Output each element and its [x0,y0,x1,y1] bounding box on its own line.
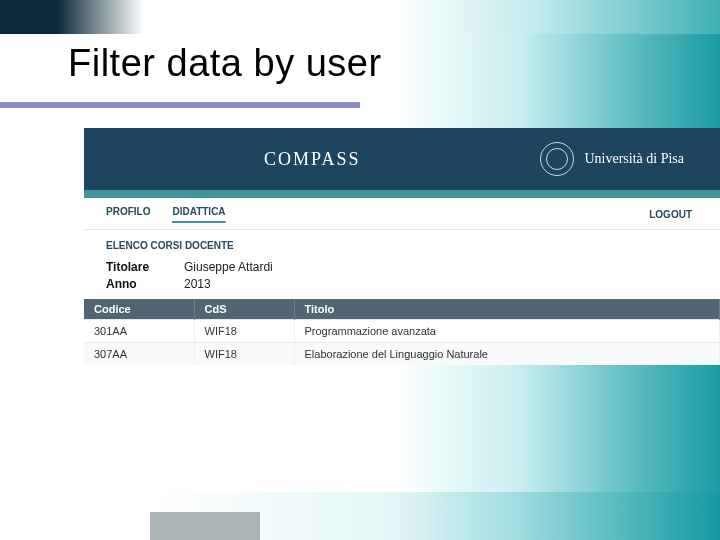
app-nav: PROFILO DIDATTICA LOGOUT [84,198,720,230]
cell-codice: 307AA [84,342,194,365]
meta-value-titolare: Giuseppe Attardi [184,259,273,276]
table-row[interactable]: 307AA WIF18 Elaborazione del Linguaggio … [84,342,720,365]
app-header: COMPASS Università di Pisa [84,128,720,190]
col-header-cds[interactable]: CdS [194,299,294,320]
cell-titolo: Programmazione avanzata [294,319,720,342]
table-header-row: Codice CdS Titolo [84,299,720,320]
app-accent-bar [84,190,720,198]
courses-table: Codice CdS Titolo 301AA WIF18 Programmaz… [84,299,720,365]
cell-titolo: Elaborazione del Linguaggio Naturale [294,342,720,365]
slide-top-band [0,0,720,34]
embedded-app: COMPASS Università di Pisa PROFILO DIDAT… [84,128,720,365]
slide-title: Filter data by user [68,42,382,85]
university-seal-icon [540,142,574,176]
slide: Filter data by user COMPASS Università d… [0,0,720,540]
cell-cds: WIF18 [194,319,294,342]
meta-row-anno: Anno 2013 [106,276,698,293]
cell-cds: WIF18 [194,342,294,365]
university-logo-block: Università di Pisa [540,142,684,176]
nav-didattica[interactable]: DIDATTICA [172,206,225,223]
meta-value-anno: 2013 [184,276,211,293]
university-name: Università di Pisa [584,152,684,167]
section-title: ELENCO CORSI DOCENTE [84,230,720,259]
slide-bottom-block [150,512,260,540]
app-brand: COMPASS [84,149,540,170]
course-meta: Titolare Giuseppe Attardi Anno 2013 [84,259,720,299]
table-row[interactable]: 301AA WIF18 Programmazione avanzata [84,319,720,342]
slide-bottom-gradient [0,492,720,540]
col-header-codice[interactable]: Codice [84,299,194,320]
meta-label-anno: Anno [106,276,166,293]
col-header-titolo[interactable]: Titolo [294,299,720,320]
meta-label-titolare: Titolare [106,259,166,276]
nav-profilo[interactable]: PROFILO [106,206,150,223]
nav-logout[interactable]: LOGOUT [649,209,692,224]
meta-row-titolare: Titolare Giuseppe Attardi [106,259,698,276]
slide-underline [0,102,360,108]
cell-codice: 301AA [84,319,194,342]
